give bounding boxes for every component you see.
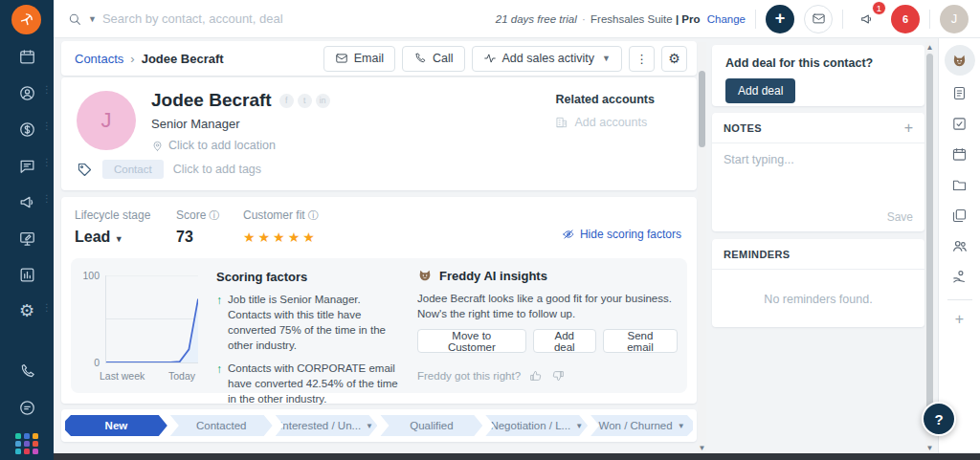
add-deal-button[interactable]: Add deal [725, 78, 795, 103]
sidebar-item-campaigns[interactable]: ⋮ [8, 189, 46, 214]
sidebar-item-web-activity[interactable] [8, 226, 46, 251]
chat-icon [18, 157, 36, 175]
sidebar-item-contacts[interactable]: ⋮ [8, 80, 46, 105]
info-icon[interactable]: ⓘ [209, 209, 219, 221]
lifecycle-stage-dropdown[interactable]: Lead ▼ [75, 229, 176, 246]
chat-support-button[interactable] [8, 395, 46, 420]
sidebar-item-deals[interactable]: ⋮ [8, 117, 46, 142]
sidebar-item-analytics[interactable] [8, 262, 46, 287]
scoring-factors-list: ↑ Job title is Senior Manager. Contacts … [216, 293, 404, 407]
tag-chip[interactable]: Contact [102, 160, 164, 179]
add-accounts-label: Add accounts [574, 116, 647, 129]
panel-scrollbar[interactable]: ▲ ▼ [925, 42, 934, 453]
search-icon[interactable] [67, 11, 82, 27]
notes-input[interactable] [712, 143, 924, 203]
record-header: Contacts › Jodee Becraft Email Call Add … [61, 41, 697, 76]
document-icon [951, 85, 968, 101]
x-axis-tick-today: Today [168, 370, 195, 382]
email-button[interactable]: Email [323, 46, 395, 72]
notes-save-button[interactable]: Save [887, 210, 913, 224]
sidebar-item-conversations[interactable]: ⋮ [8, 153, 46, 178]
contact-avatar[interactable]: J [77, 91, 136, 150]
info-icon[interactable]: ⓘ [308, 209, 319, 221]
add-accounts-button[interactable]: Add accounts [555, 116, 655, 129]
folder-icon [951, 177, 968, 193]
send-email-suggestion-button[interactable]: Send email [603, 329, 678, 353]
layout-settings-button[interactable]: ⚙ [661, 46, 687, 72]
trial-info: 21 days free trial · Freshsales Suite | … [496, 13, 746, 25]
add-sales-activity-button[interactable]: Add sales activity ▼ [472, 46, 623, 72]
pipeline-stage-negotiation[interactable]: Negotiation / L...▼ [485, 415, 588, 436]
notifications-button[interactable]: 6 [891, 5, 920, 33]
add-location-field[interactable]: Click to add location [151, 139, 681, 152]
add-tags-field[interactable]: Click to add tags [173, 163, 261, 176]
search-input[interactable] [102, 11, 390, 26]
pipeline-stage-new[interactable]: New [65, 415, 167, 436]
thumbs-up-icon[interactable] [529, 369, 543, 383]
change-plan-link[interactable]: Change [707, 13, 746, 25]
sidebar-item-files[interactable] [945, 169, 975, 200]
chevron-down-icon: ▼ [602, 54, 611, 63]
scroll-down-icon[interactable]: ▼ [698, 444, 706, 452]
sidebar-item-settings[interactable]: ⚙ ⋮ [8, 298, 46, 323]
scoring-factors-title: Scoring factors [216, 270, 307, 284]
related-accounts: Related accounts Add accounts [555, 93, 655, 129]
user-avatar[interactable]: J [940, 5, 969, 33]
building-icon [555, 116, 568, 129]
main-scrollbar[interactable]: ▼ [698, 42, 706, 453]
main-scrollbar-thumb[interactable] [699, 71, 705, 147]
call-button[interactable]: Call [402, 46, 465, 72]
megaphone-icon [859, 11, 875, 27]
sidebar-item-dashboard[interactable] [8, 44, 46, 69]
linkedin-icon[interactable]: in [316, 94, 330, 108]
phone-dialer-button[interactable] [8, 359, 46, 383]
call-button-label: Call [433, 52, 454, 65]
sidebar-item-tasks[interactable] [945, 108, 975, 139]
hide-scoring-factors-label: Hide scoring factors [580, 228, 681, 241]
pipeline-stage-won-churned[interactable]: Won / Churned▼ [590, 415, 693, 436]
email-inbox-button[interactable] [804, 5, 833, 33]
sidebar-item-engagement[interactable] [945, 261, 975, 292]
help-button[interactable]: ? [922, 402, 956, 436]
more-dots-icon[interactable]: ⋮ [42, 85, 52, 95]
hide-scoring-factors-link[interactable]: Hide scoring factors [562, 228, 681, 241]
thumbs-down-icon[interactable] [551, 369, 565, 383]
plan-name: Pro [681, 13, 700, 25]
add-deal-suggestion-button[interactable]: Add deal [533, 329, 596, 353]
scroll-up-icon[interactable]: ▲ [925, 43, 934, 52]
pulse-icon [483, 52, 497, 65]
whats-new-button[interactable]: 1 [853, 5, 881, 33]
more-dots-icon[interactable]: ⋮ [42, 121, 52, 131]
scoring-factor-item: ↑ Job title is Senior Manager. Contacts … [216, 293, 404, 353]
panel-scrollbar-thumb[interactable] [926, 54, 933, 427]
user-avatar-initial: J [951, 11, 958, 26]
more-actions-button[interactable]: ⋮ [629, 46, 655, 72]
quick-add-button[interactable]: + [766, 5, 794, 33]
chevron-down-icon: ▼ [366, 422, 373, 430]
facebook-icon[interactable]: f [279, 94, 294, 108]
search-scope-dropdown-icon[interactable]: ▼ [88, 14, 97, 24]
more-dots-icon[interactable]: ⋮ [42, 158, 52, 167]
breadcrumb-contacts-link[interactable]: Contacts [75, 52, 123, 66]
social-links: f t in [279, 94, 330, 108]
more-dots-icon[interactable]: ⋮ [42, 194, 52, 204]
freddy-title: Freddy AI insights [439, 269, 547, 283]
add-panel-app-button[interactable]: + [945, 304, 975, 335]
pipeline-stage-contacted[interactable]: Contacted [170, 415, 273, 436]
scroll-down-icon[interactable]: ▼ [925, 444, 934, 452]
twitter-icon[interactable]: t [298, 94, 312, 108]
sidebar-item-freddy[interactable] [945, 45, 975, 76]
sidebar-item-duplicates[interactable] [945, 200, 975, 230]
add-location-placeholder: Click to add location [168, 139, 276, 152]
sidebar-item-related-contacts[interactable] [945, 230, 975, 261]
pipeline-stage-qualified[interactable]: Qualified [380, 415, 482, 436]
pipeline-stage-interested[interactable]: Interested / Un...▼ [276, 415, 378, 436]
more-dots-icon[interactable]: ⋮ [42, 303, 52, 313]
app-switcher-button[interactable] [8, 431, 46, 456]
sidebar-item-meetings[interactable] [945, 139, 975, 169]
move-to-customer-button[interactable]: Move to Customer [417, 329, 526, 353]
product-name: Freshsales Suite [590, 13, 673, 25]
freshworks-logo-icon[interactable] [11, 5, 41, 34]
sidebar-item-notes[interactable] [945, 77, 975, 108]
add-note-button[interactable]: + [904, 120, 913, 137]
